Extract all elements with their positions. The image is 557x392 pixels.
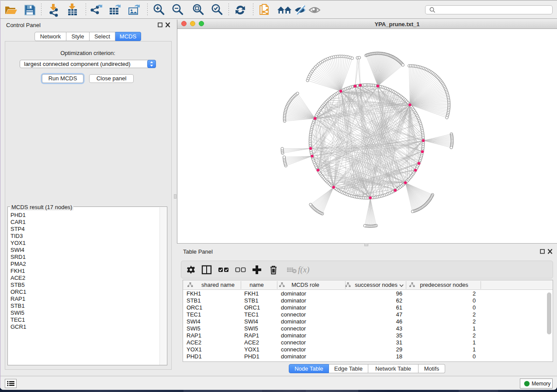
svg-text:f(x): f(x) [298,265,309,275]
